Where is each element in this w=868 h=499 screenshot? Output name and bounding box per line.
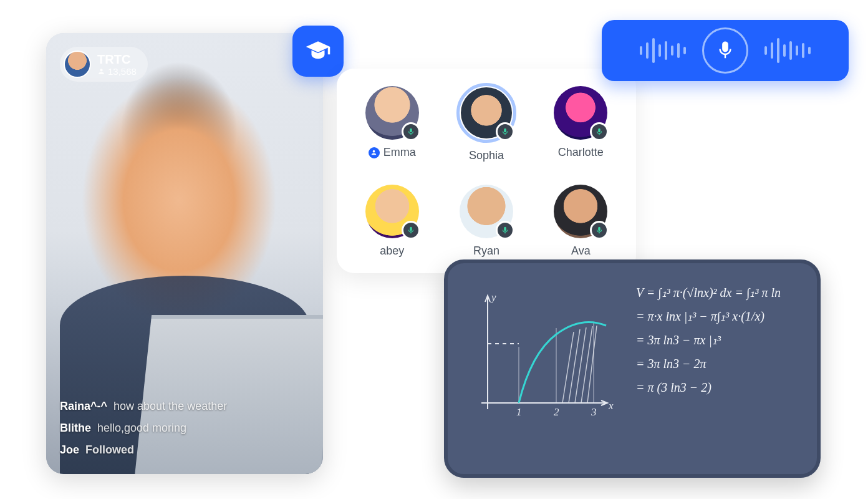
participant[interactable]: abey	[354, 185, 430, 269]
education-badge	[292, 26, 344, 77]
svg-line-8	[575, 327, 586, 403]
participant[interactable]: Sophia	[448, 86, 524, 173]
svg-line-7	[569, 329, 580, 403]
participant-name: Sophia	[469, 149, 504, 162]
mic-on-icon	[496, 122, 514, 141]
mic-on-icon	[496, 221, 514, 240]
voice-widget[interactable]	[602, 20, 849, 81]
mic-button[interactable]	[702, 27, 748, 74]
integral-graph: y x 1 2 3	[469, 284, 619, 434]
mic-icon	[716, 40, 735, 61]
svg-text:1: 1	[516, 406, 522, 418]
equation-line: = 3π ln3 − πx |₁³	[636, 332, 781, 348]
svg-line-6	[562, 332, 574, 403]
participant[interactable]: Ryan	[448, 185, 524, 269]
mic-on-icon	[590, 122, 609, 141]
svg-text:3: 3	[591, 406, 597, 418]
participant-name: abey	[380, 245, 404, 258]
y-axis-label: y	[490, 291, 496, 303]
chat-msg: Followed	[85, 443, 134, 456]
participant-name: Ryan	[473, 245, 499, 258]
participant-name: Emma	[369, 146, 416, 159]
graduation-cap-icon	[305, 38, 331, 64]
participant[interactable]: Charlotte	[543, 86, 619, 173]
chat-line: Blithehello,good moring	[60, 422, 309, 435]
svg-line-9	[581, 326, 592, 403]
host-badge[interactable]: TRTC 13,568	[60, 47, 148, 82]
participants-panel: Emma Sophia Charlotte abey Ryan Ava	[337, 69, 636, 273]
x-axis-label: x	[608, 400, 614, 412]
svg-line-10	[587, 326, 597, 403]
svg-text:2: 2	[554, 406, 559, 418]
participant[interactable]: Emma	[354, 86, 430, 173]
participant-name: Ava	[571, 245, 591, 258]
participant[interactable]: Ava	[543, 185, 619, 269]
equation-line: V = ∫₁³ π·(√lnx)² dx = ∫₁³ π ln	[636, 284, 781, 301]
mic-on-icon	[402, 122, 420, 141]
whiteboard: y x 1 2 3 V = ∫₁³ π·(√lnx)² dx = ∫₁³ π l…	[444, 259, 821, 478]
viewer-count: 13,568	[97, 66, 137, 77]
waveform-left-icon	[640, 38, 686, 63]
equation-line: = 3π ln3 − 2π	[636, 356, 781, 372]
chat-user: Blithe	[60, 422, 91, 434]
equation-line: = π (3 ln3 − 2)	[636, 379, 781, 395]
live-video-card[interactable]: TRTC 13,568 Raina^-^how about the weathe…	[46, 33, 323, 474]
participant-name: Charlotte	[558, 146, 604, 159]
waveform-right-icon	[764, 38, 811, 63]
host-avatar	[64, 51, 91, 78]
host-name: TRTC	[97, 52, 137, 66]
live-chat: Raina^-^how about the weather Blithehell…	[60, 400, 309, 457]
mic-on-icon	[402, 221, 420, 240]
chat-user: Joe	[60, 443, 79, 456]
equation-list: V = ∫₁³ π·(√lnx)² dx = ∫₁³ π ln = π·x ln…	[636, 284, 781, 462]
equation-line: = π·x lnx |₁³ − π∫₁³ x·(1/x)	[636, 308, 781, 324]
person-icon	[97, 67, 105, 75]
chat-line: Raina^-^how about the weather	[60, 400, 309, 413]
chat-line: JoeFollowed	[60, 443, 309, 457]
mic-on-icon	[590, 221, 609, 240]
chat-msg: how about the weather	[113, 400, 227, 412]
chat-msg: hello,good moring	[97, 422, 186, 434]
chat-user: Raina^-^	[60, 400, 107, 412]
host-indicator-icon	[369, 147, 380, 158]
